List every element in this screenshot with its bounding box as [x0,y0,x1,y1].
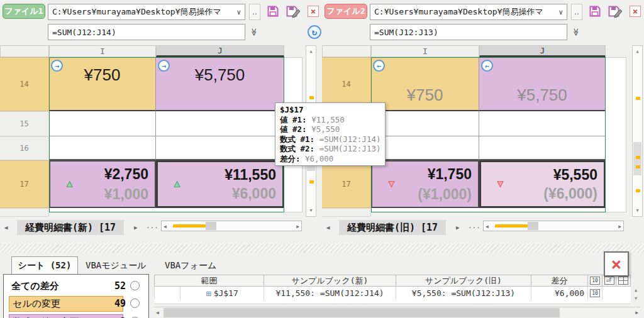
chevron-down-icon[interactable]: ∨ [236,8,241,16]
file2-save-as-button[interactable] [608,5,623,18]
left-sheet-more[interactable]: ... [146,222,158,230]
row-range-cell[interactable]: ⊞ $J$17 [180,287,264,300]
scroll-left-icon[interactable]: ◀ [156,310,159,315]
left-cell-I16[interactable] [49,136,156,160]
filter-label: セルの変更 [13,298,60,310]
row-mode-cell[interactable]: 10 [588,287,602,300]
left-col-header-I[interactable]: I [49,45,156,57]
refresh-button[interactable]: ↻ [308,25,321,39]
moved-left-arrow-icon[interactable]: ← [373,60,385,72]
bottom-panel-close-button[interactable]: × [604,251,629,277]
right-sheet-next-icon[interactable]: ▶ [456,224,459,231]
tab-vba-module[interactable]: VBAモジュール [86,260,147,271]
file2-browse-button[interactable]: ‥ [571,4,582,20]
diff-marker[interactable] [636,156,640,159]
panel-splitter[interactable] [0,244,644,253]
right-cell-J16[interactable] [479,136,606,160]
right-sheet-prev-icon[interactable]: ◀ [326,224,330,231]
right-sheet-scrollbar[interactable]: ◀ ▶ [483,221,624,231]
scroll-left-icon[interactable]: ◀ [486,224,489,229]
scroll-right-icon[interactable]: ▶ [296,224,299,229]
col-header-value-mode[interactable]: 10 [588,275,602,287]
left-sheet-next-icon[interactable]: ▶ [134,224,137,231]
left-row-header-16[interactable]: 16 [0,136,49,160]
left-sheet-prev-icon[interactable]: ◀ [4,224,8,231]
moved-left-arrow-icon[interactable]: ← [481,60,493,72]
right-cell-J17-selected[interactable]: ▼ ¥5,550 (¥6,000) [479,160,606,208]
left-cell-I15[interactable] [49,111,156,136]
row-book-old-cell[interactable]: ¥5,550: =SUM(J12:J13) [396,287,531,300]
radio-icon[interactable] [130,281,140,290]
right-row-header-17[interactable]: 17 [322,160,371,208]
scroll-right-icon[interactable]: ▶ [635,310,638,315]
scroll-right-icon[interactable]: ▶ [618,224,621,229]
scroll-down-icon[interactable]: ▼ [633,208,642,213]
left-row-header-17[interactable]: 17 [0,160,49,208]
scroll-down-icon[interactable]: ▼ [306,208,316,213]
right-cell-J15[interactable] [479,111,606,136]
list-item[interactable]: 数式と値の変更 3 [4,314,148,318]
left-cell-J15[interactable] [156,111,284,136]
row-select-cell[interactable] [154,287,180,300]
right-cell-I16[interactable] [371,136,479,160]
scroll-left-icon[interactable]: ◀ [164,224,167,229]
diff-marker[interactable] [636,97,640,100]
right-cell-I15[interactable] [371,111,479,136]
file2-expand-icon[interactable]: ≫ [572,28,580,36]
list-item[interactable]: 全ての差分 52 [4,278,148,294]
file1-save-as-button[interactable] [286,5,301,18]
file2-formula-field[interactable]: =SUM(J12:J13) [370,24,567,40]
scroll-up-icon[interactable]: ▲ [306,49,316,54]
left-cell-J17-selected[interactable]: ▲ ¥11,550 ¥6,000 [156,160,284,208]
left-sheet-scrollbar[interactable]: ◀ ▶ [161,221,302,231]
row-diff-cell[interactable]: ¥6,000 [531,287,588,300]
scroll-down-icon[interactable]: ▼ [635,296,637,301]
file1-expand-icon[interactable]: ≫ [250,28,258,36]
radio-icon[interactable] [130,299,140,308]
scrollbar-thumb[interactable] [528,222,538,230]
file1-save-button[interactable] [267,5,279,18]
right-sheet-more[interactable]: ... [468,222,480,230]
file2-path-combobox[interactable]: C:¥Users¥murayama¥Desktop¥簡易操作マ ∨ [370,4,567,20]
left-sheet-tab[interactable]: 経費明細書(新) [17 [17,220,124,235]
file1-close-button[interactable]: × [308,6,319,17]
file1-path-combobox[interactable]: C:¥Users¥murayama¥Desktop¥簡易操作マ ∨ [48,4,245,20]
left-cell-I17[interactable]: ▲ ¥2,750 ¥1,000 [49,160,156,208]
list-item[interactable]: セルの変更 49 [4,296,148,312]
scrollbar-thumb[interactable] [206,222,216,230]
diff-marker[interactable] [636,189,640,192]
right-sheet-tab[interactable]: 経費明細書(旧) [17 [339,220,446,235]
col-header-diff[interactable]: 差分 [531,275,588,287]
col-header-book-new[interactable]: サンプルブック(新) [264,275,396,287]
left-row-header-14[interactable]: 14 [0,57,49,111]
table-row[interactable]: ⊞ $J$17 ¥11,550: =SUM(J12:J14) ¥5,550: =… [154,287,631,300]
left-col-header-J[interactable]: J [156,45,284,57]
table-horizontal-scrollbar[interactable]: ◀ ▶ [154,307,640,317]
tab-vba-form[interactable]: VBAフォーム [165,260,216,271]
right-cell-J14[interactable]: ← ¥5,750 [479,57,606,111]
right-cell-I14[interactable]: ← ¥750 [371,57,479,111]
scrollbar-thumb[interactable] [164,308,560,317]
file1-browse-button[interactable]: ‥ [249,4,260,20]
left-cell-J14[interactable]: → ¥5,750 [156,57,284,111]
left-row-header-15[interactable]: 15 [0,111,49,136]
file2-close-button[interactable]: × [630,6,641,17]
file2-save-button[interactable] [589,5,601,18]
diff-marker[interactable] [309,96,314,99]
right-cell-I17[interactable]: ▼ ¥1,750 (¥1,000) [371,160,479,208]
diff-marker[interactable] [309,180,314,184]
file1-formula-field[interactable]: =SUM(J12:J14) [48,24,245,40]
chevron-down-icon[interactable]: ∨ [558,8,563,16]
scroll-up-icon[interactable]: ▲ [633,49,642,54]
right-vertical-scrollbar[interactable]: ▲ ▼ [632,45,643,217]
right-col-header-I[interactable]: I [371,45,479,57]
row-book-new-cell[interactable]: ¥11,550: =SUM(J12:J14) [264,287,396,300]
left-cell-J16[interactable] [156,136,284,160]
tab-sheet[interactable]: シート (52) [11,256,78,274]
col-header-range[interactable]: 範囲 [154,275,264,287]
right-col-header-J[interactable]: J [479,45,606,57]
left-cell-I14[interactable]: → ¥750 [49,57,156,111]
scroll-up-icon[interactable]: ▲ [635,288,637,293]
col-header-book-old[interactable]: サンプルブック(旧) [396,275,531,287]
diff-marker[interactable] [636,165,640,168]
